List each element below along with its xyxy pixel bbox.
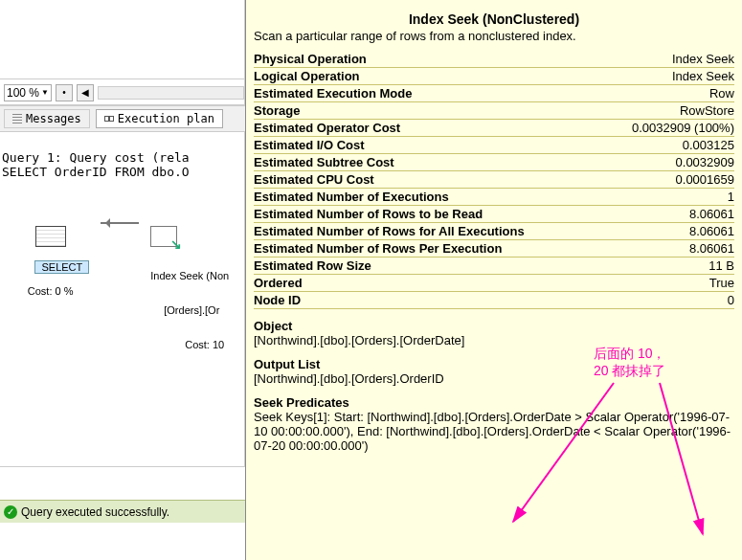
property-value: Index Seek — [602, 51, 734, 68]
property-value: 11 B — [602, 258, 734, 275]
tab-messages-label: Messages — [26, 112, 81, 125]
property-value: 0.0001659 — [602, 171, 734, 189]
property-row: Estimated Number of Rows to be Read8.060… — [254, 206, 734, 223]
property-value: RowStore — [602, 102, 734, 120]
property-key: Storage — [254, 102, 602, 120]
execution-plan-icon — [104, 114, 114, 123]
tooltip-object-value: [Northwind].[dbo].[Orders].[OrderDate] — [254, 333, 734, 347]
tooltip-seekpredicates-heading: Seek Predicates — [254, 395, 734, 410]
property-row: OrderedTrue — [254, 275, 734, 292]
tab-plan-label: Execution plan — [118, 112, 214, 125]
tooltip-outputlist-value: [Northwind].[dbo].[Orders].OrderID — [254, 371, 734, 386]
property-row: Estimated Operator Cost0.0032909 (100%) — [254, 120, 734, 137]
property-row: Logical OperationIndex Seek — [254, 68, 734, 85]
property-key: Estimated Execution Mode — [254, 85, 602, 102]
property-key: Physical Operation — [254, 51, 602, 68]
tooltip-title: Index Seek (NonClustered) — [254, 11, 734, 27]
property-key: Ordered — [254, 275, 602, 292]
chevron-down-icon: ▼ — [41, 88, 49, 97]
property-row: Node ID0 — [254, 292, 734, 309]
property-value: 0 — [602, 292, 734, 309]
property-row: Estimated CPU Cost0.0001659 — [254, 171, 734, 189]
property-row: Physical OperationIndex Seek — [254, 51, 734, 68]
property-value: 0.0032909 — [602, 154, 734, 171]
property-row: Estimated Execution ModeRow — [254, 85, 734, 102]
property-key: Estimated Number of Rows to be Read — [254, 206, 602, 223]
property-key: Logical Operation — [254, 68, 602, 85]
select-operator-label: SELECT — [34, 260, 89, 274]
property-value: True — [602, 275, 734, 292]
tab-execution-plan[interactable]: Execution plan — [96, 109, 223, 128]
property-row: StorageRowStore — [254, 102, 734, 120]
property-row: Estimated Subtree Cost0.0032909 — [254, 154, 734, 171]
query-header-line2: SELECT OrderID FROM dbo.O — [2, 165, 190, 179]
property-key: Estimated Number of Executions — [254, 189, 602, 206]
property-value: Row — [602, 85, 734, 102]
property-value: 8.06061 — [602, 223, 734, 240]
property-row: Estimated Number of Rows Per Execution8.… — [254, 240, 734, 258]
zoom-dot-button[interactable]: • — [56, 84, 73, 101]
status-success-icon: ✓ — [4, 505, 17, 519]
status-bar: ✓ Query executed successfully. — [0, 500, 245, 523]
property-key: Estimated Row Size — [254, 258, 602, 275]
property-value: Index Seek — [602, 68, 734, 85]
status-text: Query executed successfully. — [21, 505, 169, 519]
plan-flow-arrow — [101, 213, 139, 234]
property-value: 8.06061 — [602, 240, 734, 258]
property-value: 0.0032909 (100%) — [602, 120, 734, 137]
zoom-dropdown[interactable]: 100 % ▼ — [4, 84, 52, 101]
tooltip-description: Scan a particular range of rows from a n… — [254, 29, 734, 43]
operator-tooltip: Index Seek (NonClustered) Scan a particu… — [245, 0, 742, 560]
property-row: Estimated Row Size11 B — [254, 258, 734, 275]
property-key: Estimated Subtree Cost — [254, 154, 602, 171]
execution-plan-pane[interactable]: Query 1: Query cost (rela SELECT OrderID… — [0, 132, 245, 467]
property-value: 8.06061 — [602, 206, 734, 223]
tab-messages[interactable]: Messages — [4, 109, 90, 128]
select-operator-icon[interactable] — [35, 226, 66, 247]
property-row: Estimated I/O Cost0.003125 — [254, 137, 734, 154]
property-key: Estimated CPU Cost — [254, 171, 602, 189]
tooltip-outputlist-heading: Output List — [254, 357, 734, 371]
index-seek-line3: Cost: 10 — [150, 339, 229, 350]
tooltip-object-heading: Object — [254, 319, 734, 333]
index-seek-line1: Index Seek (Non — [150, 270, 229, 281]
tooltip-seekpredicates-value: Seek Keys[1]: Start: [Northwind].[dbo].[… — [254, 410, 734, 453]
tooltip-properties-table: Physical OperationIndex SeekLogical Oper… — [254, 51, 734, 309]
property-key: Estimated Operator Cost — [254, 120, 602, 137]
horizontal-scrollbar[interactable] — [98, 86, 244, 100]
property-key: Node ID — [254, 292, 602, 309]
property-row: Estimated Number of Executions1 — [254, 189, 734, 206]
property-key: Estimated Number of Rows for All Executi… — [254, 223, 602, 240]
messages-icon — [12, 114, 22, 123]
property-row: Estimated Number of Rows for All Executi… — [254, 223, 734, 240]
property-value: 1 — [602, 189, 734, 206]
property-key: Estimated Number of Rows Per Execution — [254, 240, 602, 258]
property-key: Estimated I/O Cost — [254, 137, 602, 154]
property-value: 0.003125 — [602, 137, 734, 154]
index-seek-operator-icon[interactable] — [150, 226, 177, 247]
select-operator-cost: Cost: 0 % — [11, 285, 89, 297]
zoom-value: 100 % — [7, 86, 39, 100]
scroll-left-button[interactable]: ◀ — [77, 84, 94, 101]
index-seek-line2: [Orders].[Or — [150, 304, 229, 316]
query-header-line1: Query 1: Query cost (rela — [2, 150, 190, 165]
